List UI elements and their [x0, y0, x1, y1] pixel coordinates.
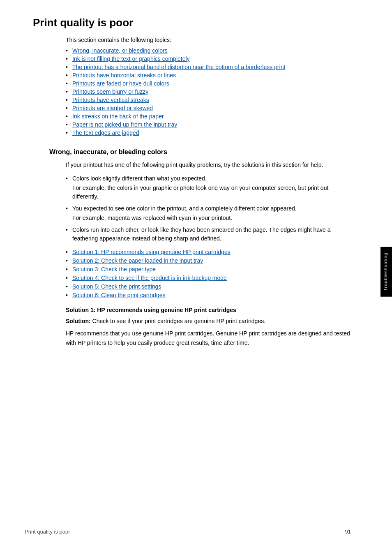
- topic-list-item: Printouts seem blurry or fuzzy: [66, 88, 351, 95]
- solution-list-item: Solution 5: Check the print settings: [66, 283, 351, 290]
- section-heading-wrong-colors: Wrong, inaccurate, or bleeding colors: [49, 148, 351, 156]
- solution-detail-heading: Solution 1: HP recommends using genuine …: [66, 307, 351, 313]
- bullet-item: Colors run into each other, or look like…: [66, 226, 351, 243]
- topic-list-item: The printout has a horizontal band of di…: [66, 64, 351, 70]
- topic-link[interactable]: Wrong, inaccurate, or bleeding colors: [72, 47, 168, 54]
- topic-list-item: Paper is not picked up from the input tr…: [66, 121, 351, 128]
- page-footer: Print quality is poor 91: [0, 529, 376, 535]
- topic-link[interactable]: The text edges are jagged: [72, 129, 139, 136]
- sidebar-label: Troubleshooting: [383, 252, 388, 291]
- topic-link[interactable]: The printout has a horizontal band of di…: [72, 64, 285, 70]
- topic-link[interactable]: Printouts have horizontal streaks or lin…: [72, 72, 176, 79]
- topic-list-item: Printouts are slanted or skewed: [66, 105, 351, 111]
- bullet-sub-text: For example, magenta was replaced with c…: [72, 214, 351, 222]
- solution-first-line: Solution: Check to see if your print car…: [66, 317, 351, 326]
- solution-link[interactable]: Solution 6: Clean the print cartridges: [72, 292, 165, 298]
- solution-link[interactable]: Solution 1: HP recommends using genuine …: [72, 249, 231, 255]
- bullet-list-symptoms: Colors look slightly different than what…: [66, 174, 351, 243]
- sidebar-tab: Troubleshooting: [380, 247, 392, 296]
- solution-list-item: Solution 1: HP recommends using genuine …: [66, 249, 351, 255]
- topic-link[interactable]: Printouts are faded or have dull colors: [72, 80, 169, 87]
- solution-first-sentence: Check to see if your print cartridges ar…: [92, 318, 266, 324]
- topic-list-item: The text edges are jagged: [66, 129, 351, 136]
- solution-link[interactable]: Solution 2: Check the paper loaded in th…: [72, 257, 203, 264]
- solution-body-text: HP recommends that you use genuine HP pr…: [66, 329, 351, 347]
- page-content: Print quality is poor This section conta…: [0, 0, 376, 375]
- topic-link[interactable]: Printouts seem blurry or fuzzy: [72, 88, 148, 95]
- solution-list: Solution 1: HP recommends using genuine …: [66, 249, 351, 298]
- bullet-item: You expected to see one color in the pri…: [66, 204, 351, 222]
- topic-list-item: Printouts are faded or have dull colors: [66, 80, 351, 87]
- solution-list-item: Solution 3: Check the paper type: [66, 266, 351, 273]
- solution-list-item: Solution 6: Clean the print cartridges: [66, 292, 351, 298]
- topic-list-item: Ink is not filling the text or graphics …: [66, 55, 351, 62]
- topic-list-item: Printouts have horizontal streaks or lin…: [66, 72, 351, 79]
- bullet-sub-text: For example, the colors in your graphic …: [72, 184, 351, 201]
- footer-left-text: Print quality is poor: [25, 529, 70, 535]
- topic-list: Wrong, inaccurate, or bleeding colorsInk…: [66, 47, 351, 136]
- solution-list-item: Solution 2: Check the paper loaded in th…: [66, 257, 351, 264]
- topic-link[interactable]: Paper is not picked up from the input tr…: [72, 121, 177, 128]
- intro-text: This section contains the following topi…: [66, 37, 351, 43]
- topic-link[interactable]: Printouts have vertical streaks: [72, 97, 149, 103]
- solution-label: Solution:: [66, 318, 92, 324]
- section-intro-wrong-colors: If your printout has one of the followin…: [66, 161, 351, 169]
- solution-link[interactable]: Solution 5: Check the print settings: [72, 283, 161, 290]
- page-title: Print quality is poor: [33, 16, 351, 29]
- solution-body: Solution: Check to see if your print car…: [66, 317, 351, 347]
- topic-link[interactable]: Ink is not filling the text or graphics …: [72, 55, 190, 62]
- solution-link[interactable]: Solution 3: Check the paper type: [72, 266, 156, 273]
- solution-list-item: Solution 4: Check to see if the product …: [66, 275, 351, 281]
- solution-link[interactable]: Solution 4: Check to see if the product …: [72, 275, 227, 281]
- topic-list-item: Wrong, inaccurate, or bleeding colors: [66, 47, 351, 54]
- bullet-item: Colors look slightly different than what…: [66, 174, 351, 201]
- topic-list-item: Printouts have vertical streaks: [66, 97, 351, 103]
- footer-page-number: 91: [345, 529, 351, 535]
- topic-link[interactable]: Ink streaks on the back of the paper: [72, 113, 164, 120]
- topic-link[interactable]: Printouts are slanted or skewed: [72, 105, 153, 111]
- topic-list-item: Ink streaks on the back of the paper: [66, 113, 351, 120]
